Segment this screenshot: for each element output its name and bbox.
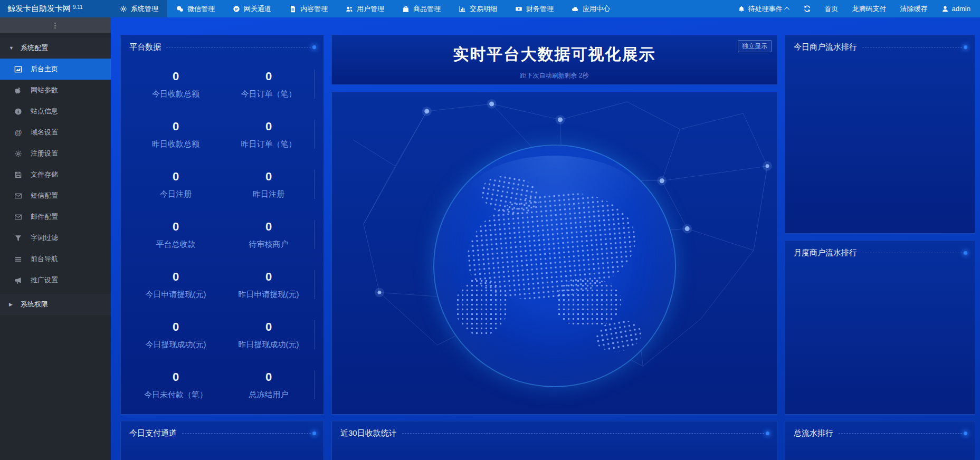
nav-label: 财务管理 — [526, 4, 554, 14]
pending-events-button[interactable]: 待处理事件 — [738, 4, 789, 14]
nav-item-system[interactable]: 系统管理 — [111, 0, 167, 17]
shopping-bag-icon — [402, 5, 410, 13]
sidebar-collapse-toggle[interactable]: ⋮ — [0, 17, 111, 33]
stat-value: 0 — [173, 170, 179, 184]
stat-value: 0 — [265, 70, 272, 83]
sidebar-item-domain-settings[interactable]: @ 域名设置 — [0, 122, 111, 143]
gear-icon — [120, 5, 127, 13]
dotted-divider — [839, 433, 962, 434]
filter-icon — [14, 234, 22, 242]
center-column: 实时平台大数据可视化展示 距下次自动刷新剩余 2秒 独立显示 — [331, 35, 777, 415]
refresh-button[interactable] — [803, 5, 811, 13]
sidebar-item-front-nav[interactable]: 前台导航 — [0, 248, 111, 270]
stat-value: 0 — [173, 270, 179, 284]
sidebar: ⋮ ▼ 系统配置 后台主页 网站参数 站点信息 @ 域名设置 注册设置 文件存 — [0, 17, 111, 460]
users-icon — [346, 5, 353, 13]
vertical-dots-icon: ⋮ — [52, 21, 60, 30]
brand-version: 9.11 — [73, 4, 83, 10]
sidebar-item-label: 文件存储 — [31, 170, 58, 179]
floppy-disk-icon — [14, 171, 22, 179]
bell-icon — [738, 5, 745, 13]
nav-label: 用户管理 — [357, 4, 384, 14]
stat-value: 0 — [173, 120, 179, 133]
main-content: 平台数据 0 今日收款总额 0 今日订单（笔） — [111, 17, 980, 460]
stat-value: 0 — [265, 270, 272, 284]
area-chart-icon — [14, 65, 22, 73]
nav-item-content[interactable]: 内容管理 — [280, 0, 337, 17]
menu-bars-icon — [14, 255, 22, 263]
dotted-map-continent — [455, 279, 508, 336]
topnav-right: 待处理事件 首页 龙腾码支付 清除缓存 admin — [738, 0, 980, 17]
dashboard-header-panel: 实时平台大数据可视化展示 距下次自动刷新剩余 2秒 独立显示 — [331, 35, 777, 85]
sidebar-item-sms-config[interactable]: 短信配置 — [0, 185, 111, 206]
apple-icon — [14, 87, 22, 94]
standalone-display-button[interactable]: 独立显示 — [738, 40, 772, 52]
sidebar-item-site-info[interactable]: 站点信息 — [0, 101, 111, 122]
panel-title: 近30日收款统计 — [340, 428, 397, 438]
nav-item-finance[interactable]: 财务管理 — [506, 0, 563, 17]
sidebar-item-label: 字词过滤 — [31, 233, 58, 243]
stat-label: 平台总收款 — [156, 239, 196, 250]
nav-item-products[interactable]: 商品管理 — [393, 0, 450, 17]
caret-right-icon: ▶ — [9, 302, 14, 307]
stat-label: 今日订单（笔） — [241, 89, 297, 99]
stat-value: 0 — [265, 370, 272, 384]
stat-value: 0 — [265, 320, 272, 334]
sidebar-item-promo-settings[interactable]: 推广设置 — [0, 270, 111, 291]
dot-accent — [964, 45, 967, 49]
sidebar-item-word-filter[interactable]: 字词过滤 — [0, 227, 111, 248]
stat-label: 昨日提现成功(元) — [239, 340, 299, 350]
stat-cell: 0 待审核商户 — [222, 209, 315, 260]
nav-label: 交易明细 — [470, 4, 497, 14]
brand-logo[interactable]: 鲸发卡自助发卡网 9.11 — [0, 0, 111, 17]
dot-accent — [766, 432, 769, 435]
user-icon — [941, 5, 949, 13]
user-menu[interactable]: admin — [941, 5, 971, 13]
clear-cache-link[interactable]: 清除缓存 — [900, 4, 928, 14]
panel-title: 今日支付通道 — [129, 428, 177, 438]
nav-item-wechat[interactable]: 微信管理 — [167, 0, 224, 17]
stat-label: 昨日收款总额 — [152, 139, 199, 149]
sidebar-item-label: 推广设置 — [31, 275, 58, 285]
panel-title: 今日商户流水排行 — [794, 42, 857, 52]
dotted-map-continent — [557, 279, 621, 327]
username: admin — [952, 5, 971, 13]
stat-cell: 0 昨日注册 — [222, 159, 315, 209]
stat-value: 0 — [265, 170, 272, 184]
stat-cell: 0 昨日订单（笔） — [222, 109, 315, 159]
sidebar-item-label: 网站参数 — [31, 85, 58, 95]
dashboard-title: 实时平台大数据可视化展示 — [332, 44, 777, 65]
dot-accent — [312, 45, 316, 49]
pay-code-link[interactable]: 龙腾码支付 — [852, 4, 887, 14]
document-icon — [289, 5, 297, 13]
nav-item-transactions[interactable]: 交易明细 — [450, 0, 506, 17]
dot-accent — [964, 251, 967, 255]
panel-title: 总流水排行 — [794, 428, 833, 438]
stat-label: 总冻结用户 — [249, 390, 289, 400]
stat-cell: 0 昨日收款总额 — [129, 109, 222, 159]
section-label: 系统配置 — [21, 43, 48, 53]
panel-title: 月度商户流水排行 — [794, 248, 857, 258]
sidebar-item-mail-config[interactable]: 邮件配置 — [0, 206, 111, 227]
section-label: 系统权限 — [21, 300, 48, 309]
sidebar-item-dashboard[interactable]: 后台主页 — [0, 59, 111, 80]
nav-item-appcenter[interactable]: 应用中心 — [563, 0, 619, 17]
refresh-icon — [803, 5, 811, 13]
bar-chart-icon — [459, 5, 466, 13]
home-link[interactable]: 首页 — [825, 4, 839, 14]
nav-item-gateway[interactable]: P 网关通道 — [224, 0, 280, 17]
sidebar-item-site-params[interactable]: 网站参数 — [0, 80, 111, 101]
sidebar-item-file-storage[interactable]: 文件存储 — [0, 164, 111, 185]
refresh-countdown: 距下次自动刷新剩余 2秒 — [332, 71, 777, 80]
sidebar-section-system-config[interactable]: ▼ 系统配置 — [0, 37, 111, 59]
at-sign-icon: @ — [14, 128, 22, 137]
stat-label: 昨日订单（笔） — [241, 139, 297, 149]
stat-value: 0 — [265, 220, 272, 234]
sidebar-item-label: 邮件配置 — [31, 212, 58, 222]
platform-data-panel: 平台数据 0 今日收款总额 0 今日订单（笔） — [120, 35, 324, 415]
sidebar-section-system-perms[interactable]: ▶ 系统权限 — [0, 294, 111, 315]
sidebar-item-register-settings[interactable]: 注册设置 — [0, 143, 111, 164]
panel-title-row: 今日支付通道 — [121, 421, 324, 438]
nav-item-users[interactable]: 用户管理 — [337, 0, 393, 17]
nav-label: 网关通道 — [244, 4, 271, 14]
